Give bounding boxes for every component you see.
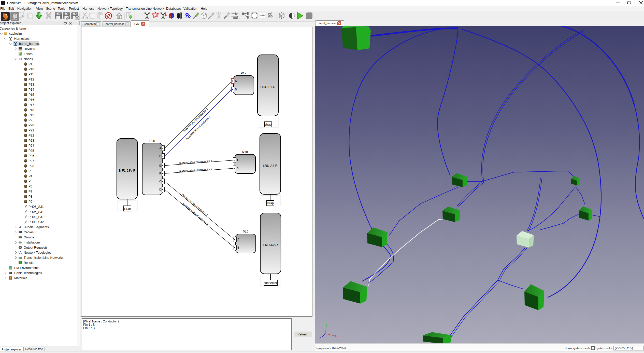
svg-text:E: E [159,164,161,167]
svg-text:strap: strap [265,123,271,126]
svg-text:A: A [237,238,239,241]
svg-text:DCU-F1-R: DCU-F1-R [260,85,275,89]
svg-text:D: D [159,188,161,191]
svg-text:KAWA: KAWA [3,19,8,20]
svg-text:Z: Z [319,336,321,340]
svg-text:P17: P17 [241,72,246,75]
svg-text:P19: P19 [243,230,248,234]
svg-text:RAN0002/Wire/Conductor 2: RAN0002/Wire/Conductor 2 [179,167,212,173]
svg-text:B: B [237,246,239,249]
svg-text:1: 1 [271,12,272,14]
svg-text:B: B [237,167,239,170]
svg-text:B: B [159,155,161,158]
svg-text:strap: strap [124,207,131,210]
svg-text:A: A [159,147,161,150]
svg-text:P20: P20 [149,139,155,143]
svg-text:LRU-A4-R: LRU-A4-R [263,164,278,168]
svg-text:F: F [159,172,161,175]
svg-text:X: X [335,334,337,337]
svg-text:P18: P18 [242,151,248,154]
svg-text:B: B [235,88,237,91]
svg-text:LRU-A2-R: LRU-A2-R [263,243,278,247]
svg-text:A: A [235,79,237,83]
svg-text:C: C [159,180,161,183]
svg-text:B-F1-28V-R: B-F1-28V-R [119,169,136,172]
svg-text:RAN0002/Wire/Conductor 1: RAN0002/Wire/Conductor 1 [179,159,212,165]
svg-text:A: A [237,159,239,162]
svg-text:strap: strap [267,201,274,205]
svg-text:MaxSim: MaxSim [12,19,17,20]
svg-text:connected: connected [264,281,278,285]
